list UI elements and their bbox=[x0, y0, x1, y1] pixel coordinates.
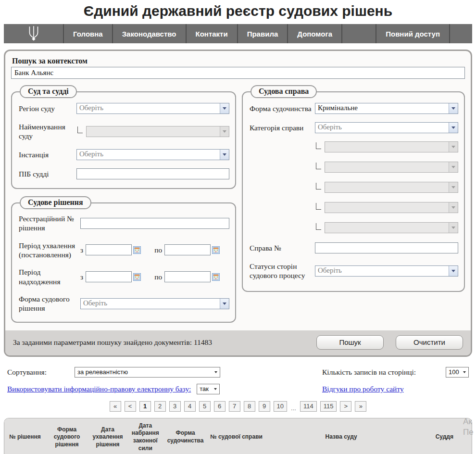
decision-legend: Судове рішення bbox=[20, 196, 91, 209]
per-page-select[interactable]: 100 bbox=[446, 367, 469, 378]
adoption-to-input[interactable] bbox=[164, 244, 211, 255]
legal-base-value: так bbox=[200, 385, 211, 392]
party-status-select[interactable]: Оберіть bbox=[315, 265, 458, 277]
court-name-label: Найменування суду bbox=[19, 122, 76, 141]
page-button-3[interactable]: 3 bbox=[169, 401, 181, 412]
receipt-to-input[interactable] bbox=[164, 271, 211, 282]
column-header-decision-form: Форма судового рішення bbox=[46, 418, 88, 454]
nav-item-help[interactable]: Допомога bbox=[288, 24, 341, 43]
party-status-label: Статуси сторін судового процесу bbox=[250, 262, 315, 280]
case-category-sub-select-1 bbox=[325, 141, 458, 152]
per-page-value: 100 bbox=[449, 368, 460, 376]
search-button[interactable]: Пошук bbox=[316, 335, 384, 350]
sub-category-value bbox=[325, 162, 449, 172]
receipt-from-input[interactable] bbox=[86, 271, 132, 282]
nav-item-contacts[interactable]: Контакти bbox=[187, 24, 237, 43]
legal-base-link[interactable]: Використовувати інформаційно-правову еле… bbox=[7, 385, 191, 393]
page-prev-button[interactable]: < bbox=[125, 401, 136, 412]
nav-item-full-access[interactable]: Повний доступ bbox=[376, 24, 449, 43]
reg-number-input[interactable] bbox=[80, 218, 229, 229]
page-button-8[interactable]: 8 bbox=[244, 401, 255, 412]
hierarchy-connector bbox=[316, 203, 321, 210]
case-category-sub-select-4 bbox=[325, 202, 458, 213]
decision-form-label: Форма судового рішення bbox=[19, 294, 80, 313]
calendar-icon[interactable] bbox=[133, 273, 141, 281]
context-search-label: Пошук за контекстом bbox=[12, 57, 465, 65]
decision-form-select[interactable]: Оберіть bbox=[80, 298, 229, 309]
court-name-value bbox=[87, 126, 220, 137]
page-first-button[interactable]: « bbox=[110, 401, 121, 412]
judge-name-input[interactable] bbox=[76, 168, 229, 179]
case-category-select[interactable]: Оберіть bbox=[315, 122, 458, 133]
tryzub-logo-icon[interactable] bbox=[4, 24, 63, 43]
page-button-10[interactable]: 10 bbox=[274, 401, 287, 412]
sort-select[interactable]: за релевантністю bbox=[75, 367, 220, 378]
links-row: Використовувати інформаційно-правову еле… bbox=[7, 384, 469, 394]
chevron-down-icon bbox=[220, 299, 229, 309]
watermark-line: Ак bbox=[463, 416, 474, 427]
page-button-9[interactable]: 9 bbox=[259, 401, 270, 412]
party-status-value: Оберіть bbox=[315, 266, 449, 276]
proceeding-form-select[interactable]: Кримінальне bbox=[315, 103, 458, 114]
page-next-button[interactable]: > bbox=[340, 401, 351, 412]
chevron-down-icon bbox=[463, 371, 466, 373]
chevron-down-icon bbox=[214, 371, 217, 373]
pagination-ellipsis: ... bbox=[291, 404, 296, 412]
hierarchy-connector bbox=[77, 126, 83, 133]
from-label: з bbox=[80, 273, 83, 281]
sort-options-row: Сортування: за релевантністю Кількість з… bbox=[7, 367, 469, 378]
page-button-1[interactable]: 1 bbox=[139, 401, 151, 412]
page-button-115[interactable]: 115 bbox=[320, 401, 337, 412]
case-number-label: Справа № bbox=[250, 243, 315, 252]
adoption-from-input[interactable] bbox=[86, 244, 132, 255]
legal-base-select[interactable]: так bbox=[197, 384, 220, 394]
clear-button[interactable]: Очистити bbox=[396, 335, 463, 350]
chevron-down-icon bbox=[449, 123, 458, 133]
chevron-down-icon bbox=[449, 162, 458, 172]
chevron-down-icon bbox=[449, 223, 458, 233]
decision-group: Судове рішення Реєстраційний № рішення П… bbox=[11, 202, 236, 323]
court-region-value: Оберіть bbox=[77, 103, 220, 114]
sub-category-value bbox=[325, 142, 449, 152]
nav-item-rules[interactable]: Правила bbox=[238, 24, 288, 43]
page-title: Єдиний державний реєстр судових рішень bbox=[0, 3, 476, 19]
results-table-container: № рішення Форма судового рішення Дата ух… bbox=[4, 418, 472, 454]
case-number-input[interactable] bbox=[315, 242, 458, 253]
chevron-down-icon bbox=[220, 126, 229, 137]
table-header-row: № рішення Форма судового рішення Дата ух… bbox=[4, 418, 472, 454]
calendar-icon[interactable] bbox=[133, 246, 141, 254]
to-label: по bbox=[154, 246, 162, 254]
page-button-2[interactable]: 2 bbox=[154, 401, 166, 412]
court-region-label: Регіон суду bbox=[19, 104, 76, 113]
nav-item-home[interactable]: Головна bbox=[64, 24, 112, 43]
calendar-icon[interactable] bbox=[212, 246, 220, 254]
context-search-input[interactable] bbox=[11, 67, 465, 79]
column-header-proceeding-form: Форма судочинства bbox=[163, 418, 208, 454]
to-label: по bbox=[154, 273, 162, 281]
nav-item-legislation[interactable]: Законодавство bbox=[113, 24, 186, 43]
instance-value: Оберіть bbox=[77, 150, 220, 160]
court-region-select[interactable]: Оберіть bbox=[76, 103, 229, 114]
per-page-label: Кількість записів на сторінці: bbox=[322, 368, 416, 377]
court-judge-legend: Суд та судді bbox=[20, 85, 77, 98]
page-button-6[interactable]: 6 bbox=[214, 401, 225, 412]
calendar-icon[interactable] bbox=[212, 273, 220, 281]
feedback-link[interactable]: Відгуки про роботу сайту bbox=[322, 385, 404, 393]
chevron-down-icon bbox=[449, 266, 458, 276]
instance-select[interactable]: Оберіть bbox=[76, 149, 229, 160]
column-header-court-name: Назва суду bbox=[265, 418, 417, 454]
page-button-7[interactable]: 7 bbox=[229, 401, 240, 412]
sub-category-value bbox=[325, 223, 449, 233]
main-navigation: Головна Законодавство Контакти Правила Д… bbox=[4, 24, 472, 43]
page-button-4[interactable]: 4 bbox=[184, 401, 196, 412]
proceeding-form-value: Кримінальне bbox=[315, 103, 449, 114]
case-category-label: Категорія справи bbox=[250, 123, 315, 132]
page-button-114[interactable]: 114 bbox=[300, 401, 317, 412]
chevron-down-icon bbox=[220, 103, 229, 114]
chevron-down-icon bbox=[449, 182, 458, 192]
page-last-button[interactable]: » bbox=[355, 401, 366, 412]
from-label: з bbox=[80, 246, 83, 254]
reg-number-label: Реєстраційний № рішення bbox=[19, 214, 80, 233]
case-category-sub-select-5 bbox=[325, 222, 458, 233]
page-button-5[interactable]: 5 bbox=[199, 401, 211, 412]
